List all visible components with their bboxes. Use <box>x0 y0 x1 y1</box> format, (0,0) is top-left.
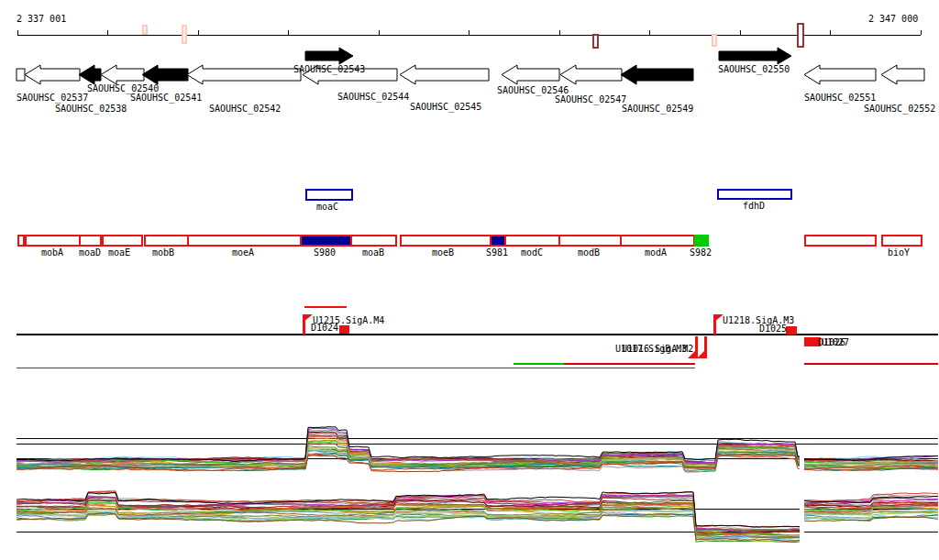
gene-label-SAOUHSC_02552: SAOUHSC_02552 <box>864 104 935 113</box>
feature-box-moaE[interactable] <box>103 236 142 246</box>
gene-arrow-SAOUHSC_02543[interactable] <box>305 48 353 64</box>
tss-box-forward[interactable] <box>339 325 349 334</box>
tss-box-forward[interactable] <box>786 326 797 335</box>
ruler-start-coordinate: 2 337 001 <box>17 15 66 23</box>
feature-label-modB: modB <box>578 248 600 257</box>
gene-label-SAOUHSC_02542: SAOUHSC_02542 <box>209 104 281 113</box>
gene-label-SAOUHSC_02543: SAOUHSC_02543 <box>293 65 365 73</box>
tss-sublabel-D1025: D1025 <box>759 324 787 333</box>
gene-arrow-SAOUHSC_02545[interactable] <box>400 65 489 84</box>
operon-box-moaC[interactable] <box>306 190 352 200</box>
gene-tail-SAOUHSC_02537[interactable] <box>17 69 25 81</box>
gene-arrow-SAOUHSC_02537[interactable] <box>25 65 80 84</box>
operon-label-fdhD: fdhD <box>743 202 765 210</box>
gene-arrow-SAOUHSC_02546[interactable] <box>502 65 559 84</box>
gene-arrow-SAOUHSC_02538[interactable] <box>79 65 101 84</box>
feature-box-bioY[interactable] <box>882 236 922 246</box>
operon-label-moaC: moaC <box>316 203 338 211</box>
feature-label-bioY: bioY <box>888 248 910 257</box>
reverse-strand-profiles-series <box>17 514 800 543</box>
feature-label-mobB: mobB <box>152 248 174 257</box>
feature-label-moeA: moeA <box>232 248 254 257</box>
gene-arrow-SAOUHSC_02549[interactable] <box>621 65 693 84</box>
feature-box-moeA[interactable] <box>188 236 301 246</box>
gene-label-SAOUHSC_02546: SAOUHSC_02546 <box>497 86 569 94</box>
feature-box-unnamed[interactable] <box>805 236 876 246</box>
gene-label-SAOUHSC_02540: SAOUHSC_02540 <box>87 84 159 93</box>
tss-label-U1017: U1017.SigB.M3 <box>615 345 687 353</box>
gene-arrow-SAOUHSC_02542[interactable] <box>187 65 301 84</box>
feature-label-moaE: moaE <box>108 248 130 257</box>
gene-label-SAOUHSC_02547: SAOUHSC_02547 <box>555 95 626 104</box>
reverse-strand-profiles-series <box>17 505 800 538</box>
gene-arrow-SAOUHSC_02540[interactable] <box>101 65 144 84</box>
feature-label-mobA: mobA <box>41 248 63 257</box>
feature-box-moaD[interactable] <box>80 236 101 246</box>
ruler-end-coordinate: 2 347 000 <box>868 15 918 23</box>
feature-box-moeB[interactable] <box>401 236 491 246</box>
feature-label-S980: S980 <box>314 248 336 257</box>
feature-box-moaB[interactable] <box>351 236 396 246</box>
gene-arrow-SAOUHSC_02550[interactable] <box>719 48 791 64</box>
gene-arrow-SAOUHSC_02541[interactable] <box>142 65 188 84</box>
feature-box-modA[interactable] <box>621 236 694 246</box>
tss-sublabel-D1024: D1024 <box>311 324 338 332</box>
tss-label-U1027: U1027 <box>822 338 849 346</box>
tss-flag-forward[interactable] <box>303 314 313 323</box>
gene-arrow-SAOUHSC_02551[interactable] <box>804 65 876 84</box>
ruler-marker-pale[interactable] <box>713 35 716 46</box>
gene-label-SAOUHSC_02551: SAOUHSC_02551 <box>804 93 876 102</box>
feature-box-unnamed[interactable] <box>18 236 24 246</box>
ruler-marker-pale[interactable] <box>143 26 147 34</box>
gene-label-SAOUHSC_02545: SAOUHSC_02545 <box>410 103 481 111</box>
feature-box-S981[interactable] <box>491 236 505 246</box>
ruler-marker-dark[interactable] <box>593 35 598 48</box>
feature-box-mobB[interactable] <box>145 236 188 246</box>
operon-box-fdhD[interactable] <box>718 190 791 199</box>
feature-box-S982[interactable] <box>695 236 708 246</box>
feature-box-mobA[interactable] <box>26 236 80 246</box>
feature-label-moaD: moaD <box>79 248 101 257</box>
gene-label-SAOUHSC_02538: SAOUHSC_02538 <box>55 104 127 113</box>
gene-label-SAOUHSC_02550: SAOUHSC_02550 <box>718 65 790 73</box>
feature-label-moeB: moeB <box>432 248 454 257</box>
feature-label-S981: S981 <box>486 248 508 257</box>
feature-box-modC[interactable] <box>505 236 559 246</box>
reverse-strand-profiles-series <box>17 508 800 539</box>
gene-label-SAOUHSC_02537: SAOUHSC_02537 <box>17 93 88 102</box>
gene-arrow-SAOUHSC_02552[interactable] <box>881 65 924 84</box>
feature-box-modB[interactable] <box>559 236 621 246</box>
feature-label-modA: modA <box>645 248 667 257</box>
feature-label-moaB: moaB <box>362 248 384 257</box>
genome-browser-window: 2 337 001 2 347 000 SAOUHSC_02537SAOUHSC… <box>0 0 939 560</box>
feature-box-S980[interactable] <box>301 236 351 246</box>
ruler-marker-dark[interactable] <box>798 24 803 47</box>
feature-label-S982: S982 <box>690 248 712 257</box>
gene-label-SAOUHSC_02541: SAOUHSC_02541 <box>130 93 202 102</box>
gene-label-SAOUHSC_02549: SAOUHSC_02549 <box>622 104 693 113</box>
ruler-marker-pale[interactable] <box>182 26 186 43</box>
gene-arrow-SAOUHSC_02547[interactable] <box>560 65 622 84</box>
gene-label-SAOUHSC_02544: SAOUHSC_02544 <box>337 93 409 101</box>
feature-label-modC: modC <box>521 248 543 257</box>
